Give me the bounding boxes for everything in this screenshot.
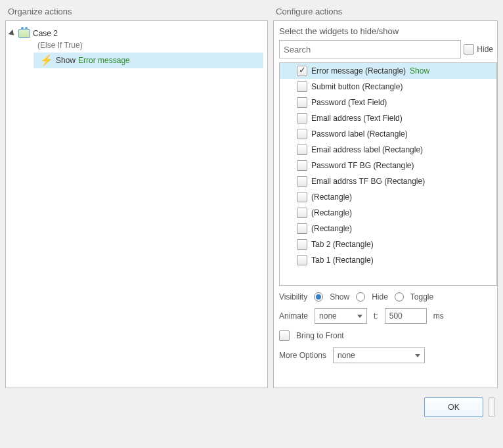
- widget-label: (Rectangle): [311, 192, 352, 202]
- widget-checkbox[interactable]: [297, 113, 307, 123]
- widget-checkbox[interactable]: [297, 97, 307, 108]
- widgets-section-label: Select the widgets to hide/show: [274, 26, 497, 40]
- bolt-icon: ⚡: [40, 55, 53, 66]
- tree-action-row[interactable]: ⚡ Show Error message: [33, 53, 263, 68]
- bring-front-checkbox[interactable]: [279, 330, 290, 341]
- time-input[interactable]: 500: [385, 308, 427, 324]
- widget-checkbox[interactable]: [297, 81, 307, 92]
- widget-label: Email address label (Rectangle): [311, 145, 423, 154]
- organize-box: Case 2 (Else If True) ⚡ Show Error messa…: [5, 20, 268, 388]
- widget-checkbox[interactable]: [297, 176, 307, 187]
- action-target: Error message: [78, 56, 130, 65]
- widget-row[interactable]: Password label (Rectangle): [280, 126, 496, 142]
- animate-select[interactable]: none: [315, 308, 367, 324]
- visibility-radio-hide[interactable]: [356, 292, 365, 302]
- case-icon: [18, 29, 30, 38]
- organize-panel: Organize actions Case 2 (Else If True) ⚡…: [5, 5, 268, 388]
- widget-row[interactable]: Submit button (Rectangle): [280, 79, 496, 95]
- widget-label: (Rectangle): [311, 208, 352, 217]
- visibility-option-show: Show: [330, 292, 349, 302]
- widget-row[interactable]: Error message (Rectangle) Show: [280, 63, 496, 79]
- widget-row[interactable]: (Rectangle): [280, 221, 496, 236]
- widget-label: Password (Text Field): [311, 98, 387, 107]
- widget-label: Password label (Rectangle): [311, 129, 408, 139]
- dialog-footer: OK: [5, 388, 498, 420]
- widget-checkbox[interactable]: [297, 255, 307, 265]
- action-verb: Show: [56, 56, 76, 65]
- widget-checkbox[interactable]: [297, 223, 307, 234]
- widget-checkbox[interactable]: [297, 239, 307, 250]
- widget-row[interactable]: (Rectangle): [280, 205, 496, 221]
- visibility-label: Visibility: [279, 292, 307, 302]
- chevron-down-icon: [415, 354, 420, 357]
- secondary-button[interactable]: [489, 397, 495, 417]
- more-options-value: none: [338, 351, 355, 360]
- ok-label: OK: [448, 403, 459, 412]
- visibility-option-hide: Hide: [372, 292, 388, 302]
- animate-row: Animate none t: 500 ms: [279, 308, 492, 324]
- widget-label: Submit button (Rectangle): [311, 82, 403, 91]
- widget-checkbox[interactable]: [297, 160, 307, 171]
- visibility-option-toggle: Toggle: [410, 292, 433, 302]
- widget-row[interactable]: Email address label (Rectangle): [280, 142, 496, 158]
- widget-label: Tab 1 (Rectangle): [311, 256, 374, 265]
- more-options-label: More Options: [279, 351, 326, 360]
- organize-title: Organize actions: [5, 5, 268, 20]
- more-options-row: More Options none: [279, 347, 492, 363]
- visibility-radio-toggle[interactable]: [395, 292, 404, 302]
- configure-title: Configure actions: [273, 5, 498, 20]
- widget-checkbox[interactable]: [297, 145, 307, 155]
- hide-label: Hide: [477, 45, 493, 54]
- widget-row[interactable]: Password (Text Field): [280, 95, 496, 110]
- animate-label: Animate: [279, 311, 308, 321]
- widget-label: Tab 2 (Rectangle): [311, 240, 374, 249]
- tree-condition-row: (Else If True): [10, 39, 263, 51]
- visibility-radio-show[interactable]: [314, 292, 323, 302]
- hide-checkbox[interactable]: [464, 44, 474, 55]
- more-options-select[interactable]: none: [333, 347, 425, 363]
- configure-box: Select the widgets to hide/show Hide Err…: [273, 20, 498, 388]
- widget-checkbox[interactable]: [297, 208, 307, 218]
- widget-row[interactable]: Email address (Text Field): [280, 110, 496, 126]
- widget-row[interactable]: Tab 2 (Rectangle): [280, 236, 496, 252]
- case-condition: (Else If True): [37, 41, 83, 50]
- time-label: t:: [374, 311, 378, 321]
- widget-checkbox[interactable]: [297, 129, 307, 139]
- widget-row[interactable]: Tab 1 (Rectangle): [280, 252, 496, 268]
- time-value: 500: [389, 311, 403, 321]
- configure-panel: Configure actions Select the widgets to …: [273, 5, 498, 388]
- bring-front-label: Bring to Front: [296, 331, 344, 340]
- widget-label: (Rectangle): [311, 224, 352, 233]
- widget-row[interactable]: Password TF BG (Rectangle): [280, 158, 496, 173]
- visibility-row: Visibility Show Hide Toggle: [279, 292, 492, 302]
- search-input[interactable]: [279, 40, 461, 58]
- ok-button[interactable]: OK: [424, 397, 483, 417]
- widget-list[interactable]: Error message (Rectangle) ShowSubmit but…: [279, 62, 497, 286]
- widget-state: Show: [410, 66, 429, 76]
- widget-label: Password TF BG (Rectangle): [311, 161, 414, 170]
- widget-row[interactable]: (Rectangle): [280, 189, 496, 205]
- widget-row[interactable]: Email addrss TF BG (Rectangle): [280, 173, 496, 189]
- case-label: Case 2: [33, 29, 58, 38]
- widget-label: Email address (Text Field): [311, 114, 403, 123]
- widget-label: Error message (Rectangle): [311, 66, 406, 76]
- widget-checkbox[interactable]: [297, 66, 307, 76]
- bring-front-row: Bring to Front: [279, 330, 492, 341]
- animate-value: none: [319, 311, 337, 321]
- time-unit: ms: [433, 311, 444, 321]
- widget-checkbox[interactable]: [297, 192, 307, 202]
- chevron-down-icon: [357, 315, 362, 318]
- action-tree: Case 2 (Else If True) ⚡ Show Error messa…: [6, 26, 267, 70]
- widget-label: Email addrss TF BG (Rectangle): [311, 177, 425, 186]
- disclosure-triangle-icon[interactable]: [8, 30, 16, 37]
- tree-case-row[interactable]: Case 2: [10, 28, 263, 39]
